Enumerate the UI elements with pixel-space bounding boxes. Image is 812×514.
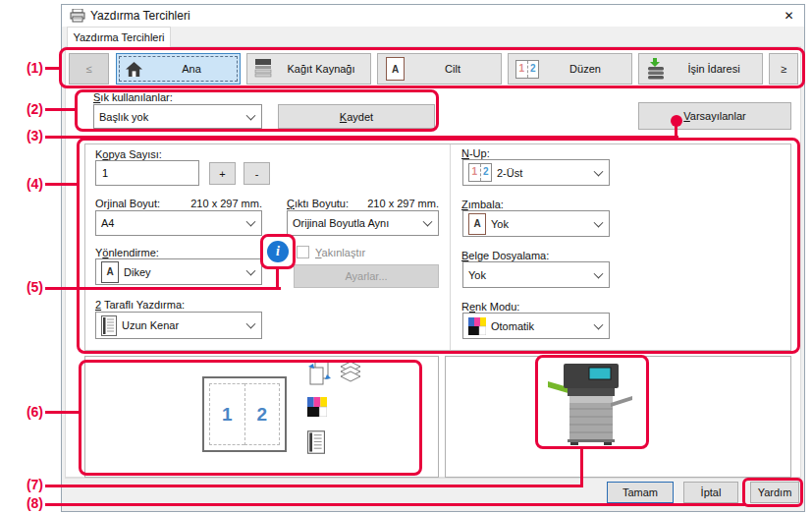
callout-box-5-info — [260, 234, 296, 269]
close-button[interactable]: ✕ — [774, 5, 804, 27]
callout-label-2: (2) — [4, 101, 43, 117]
callout-stem-5 — [276, 267, 279, 290]
callout-line-1 — [45, 67, 61, 70]
callout-label-3: (3) — [4, 128, 43, 143]
callout-label-8: (8) — [4, 495, 43, 511]
printer-icon — [70, 9, 85, 27]
callout-label-6: (6) — [4, 404, 43, 420]
callout-box-2-favorites — [75, 89, 439, 132]
callout-label-7: (7) — [4, 477, 43, 492]
ok-button[interactable]: Tamam — [607, 482, 674, 503]
callout-box-1-toolbar — [59, 47, 805, 88]
callout-label-1: (1) — [4, 60, 43, 76]
callout-line-8 — [45, 503, 746, 506]
callout-label-4: (4) — [4, 176, 43, 192]
callout-line-5 — [45, 287, 281, 290]
callout-line-6 — [45, 411, 81, 414]
callout-stem-7 — [580, 447, 583, 487]
callout-line-4 — [45, 183, 79, 186]
window-title: Yazdırma Tercihleri — [90, 5, 190, 27]
callout-line-2 — [45, 108, 77, 111]
footer-separator — [65, 478, 801, 479]
defaults-button[interactable]: Varsayılanlar — [638, 102, 791, 130]
tab-print-preferences[interactable]: Yazdırma Tercihleri — [67, 27, 171, 47]
callout-line-7 — [45, 485, 583, 487]
callout-box-7-printer — [535, 355, 649, 449]
cancel-button[interactable]: İptal — [683, 482, 738, 503]
callout-line-3 — [45, 136, 678, 139]
callout-box-8-help — [742, 478, 803, 507]
callout-dot-3 — [671, 115, 682, 127]
ok-button-label: Tamam — [623, 486, 658, 498]
defaults-button-label: Varsayılanlar — [683, 110, 745, 122]
callout-box-4-settings — [77, 138, 800, 354]
callout-label-5: (5) — [4, 279, 43, 295]
cancel-button-label: İptal — [701, 486, 722, 498]
screenshot-root: Yazdırma Tercihleri ✕ Yazdırma Tercihler… — [0, 0, 812, 514]
callout-box-6-preview — [79, 360, 422, 476]
